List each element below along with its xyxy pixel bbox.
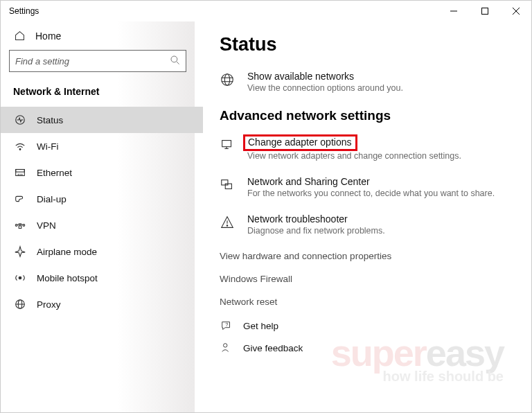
sidebar-item-dialup[interactable]: Dial-up [1,186,195,212]
feedback-label: Give feedback [243,343,303,353]
option-desc: Diagnose and fix network problems. [247,226,385,236]
window-controls [438,1,531,21]
svg-rect-15 [19,226,21,229]
option-desc: For the networks you connect to, decide … [247,188,495,198]
maximize-button[interactable] [469,1,500,21]
adapter-icon [220,136,235,152]
feedback-icon [220,342,233,354]
sharing-icon [220,176,235,193]
sidebar-item-label: VPN [37,220,56,231]
svg-point-30 [227,225,227,226]
svg-point-16 [19,276,21,279]
sidebar-item-label: Dial-up [37,194,66,204]
svg-point-4 [171,56,177,62]
reset-link[interactable]: Network reset [220,297,511,307]
warning-icon [220,213,235,230]
search-input[interactable] [9,50,186,72]
category-heading: Network & Internet [9,83,186,107]
minimize-button[interactable] [438,1,469,21]
hardware-link[interactable]: View hardware and connection properties [220,251,511,261]
page-title: Status [220,34,511,55]
svg-rect-9 [16,170,25,173]
svg-point-14 [23,225,25,227]
firewall-link[interactable]: Windows Firewall [220,274,511,284]
sidebar-item-status[interactable]: Status [0,107,203,133]
option-title: Network troubleshooter [247,213,385,225]
vpn-icon [13,219,27,231]
airplane-icon [13,245,27,258]
sidebar-item-proxy[interactable]: Proxy [1,291,195,317]
option-desc: View the connection options around you. [247,83,403,93]
svg-point-21 [224,74,229,86]
window-title: Settings [9,6,39,16]
help-label: Get help [243,321,278,331]
svg-rect-1 [481,8,488,15]
show-networks-option[interactable]: Show available networks View the connect… [220,71,511,93]
svg-text:?: ? [225,322,228,328]
proxy-icon [13,298,27,310]
advanced-heading: Advanced network settings [220,108,511,123]
sidebar-item-wifi[interactable]: Wi-Fi [1,133,195,159]
home-icon [13,30,26,42]
sidebar-item-vpn[interactable]: VPN [1,212,195,238]
option-title: Network and Sharing Center [247,176,495,187]
sidebar-item-label: Status [37,115,63,125]
get-help-link[interactable]: ? Get help [220,319,511,332]
search-box[interactable] [9,50,186,72]
sidebar-item-label: Proxy [37,299,61,310]
sidebar-item-label: Mobile hotspot [37,273,98,283]
home-label: Home [35,30,61,42]
svg-rect-24 [222,141,231,147]
option-desc: View network adapters and change connect… [247,151,461,161]
sidebar-item-label: Ethernet [37,168,72,178]
dialup-icon [13,193,27,205]
sidebar-item-label: Wi-Fi [37,141,58,152]
sidebar: Home Network & Internet Status Wi-Fi Eth… [1,21,195,412]
svg-line-5 [177,62,179,64]
sidebar-item-label: Airplane mode [37,247,97,257]
close-button[interactable] [500,1,531,21]
watermark: supereasy how life should be [331,331,504,385]
help-icon: ? [220,319,233,332]
sharing-center-option[interactable]: Network and Sharing Center For the netwo… [220,176,511,198]
highlight-box: Change adapter options [243,134,357,151]
option-title: Change adapter options [247,136,461,150]
titlebar: Settings [1,1,531,21]
main-content: Status Show available networks View the … [195,21,531,412]
svg-point-13 [15,225,17,227]
home-nav[interactable]: Home [9,26,186,50]
sidebar-item-hotspot[interactable]: Mobile hotspot [1,265,195,291]
hotspot-icon [13,272,27,284]
globe-icon [220,71,235,87]
sidebar-item-airplane[interactable]: Airplane mode [1,238,195,265]
sidebar-item-ethernet[interactable]: Ethernet [1,159,195,186]
status-icon [13,114,27,126]
svg-point-7 [19,149,21,150]
svg-point-20 [222,74,233,86]
sidebar-nav: Status Wi-Fi Ethernet Dial-up VPN Airpla… [1,107,195,317]
svg-rect-27 [222,180,228,185]
change-adapter-option[interactable]: Change adapter options View network adap… [220,136,511,161]
svg-rect-28 [225,184,231,188]
wifi-icon [13,140,27,152]
svg-point-32 [224,344,227,347]
search-icon [170,55,181,69]
option-title: Show available networks [247,71,403,82]
troubleshooter-option[interactable]: Network troubleshooter Diagnose and fix … [220,213,511,236]
ethernet-icon [13,166,27,179]
